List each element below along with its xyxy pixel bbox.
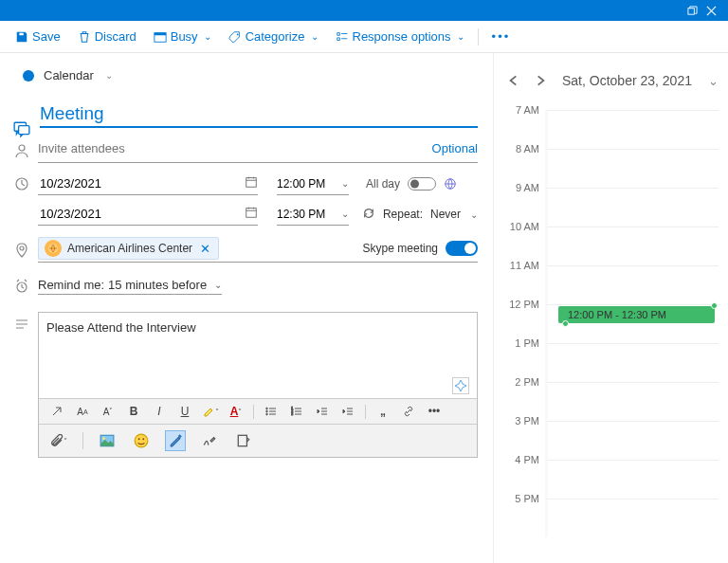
time-slot-label: 1 PM	[503, 337, 545, 349]
time-slot-label: 11 AM	[503, 260, 545, 271]
end-date-input[interactable]	[38, 205, 245, 223]
time-slot-track[interactable]	[545, 110, 719, 149]
time-slot-track[interactable]	[545, 421, 719, 460]
response-options-dropdown[interactable]: Response options ⌄	[330, 26, 470, 47]
attendees-input[interactable]	[38, 137, 432, 159]
repeat-value[interactable]: Never	[430, 208, 461, 221]
calendar-selector[interactable]: Calendar ⌄	[23, 61, 478, 90]
svg-point-16	[266, 413, 268, 415]
highlight-icon[interactable]: ˅	[202, 403, 219, 420]
location-chip[interactable]: American Airlines Center ✕	[38, 237, 219, 260]
template-icon[interactable]	[233, 430, 254, 451]
calendar-label: Calendar	[44, 68, 94, 82]
end-time-input[interactable]	[277, 206, 339, 223]
indent-icon[interactable]	[339, 403, 356, 420]
event-handle-bottom[interactable]	[562, 320, 569, 327]
categorize-dropdown[interactable]: Categorize ⌄	[223, 26, 324, 47]
checklist-icon	[336, 30, 349, 44]
skype-label: Skype meeting	[363, 242, 438, 255]
time-slot-track[interactable]	[545, 227, 719, 265]
numbering-icon[interactable]: 123	[288, 403, 305, 420]
toolbar-separator	[478, 28, 479, 45]
start-date-input[interactable]	[38, 174, 245, 192]
response-label: Response options	[353, 29, 451, 44]
link-icon[interactable]	[400, 403, 417, 420]
calendar-event[interactable]: 12:00 PM - 12:30 PM	[558, 306, 715, 323]
time-slot-track[interactable]	[545, 382, 719, 421]
skype-toggle[interactable]	[446, 241, 478, 256]
chevron-down-icon: ⌄	[214, 280, 222, 290]
repeat-icon[interactable]	[362, 207, 375, 223]
discard-button[interactable]: Discard	[72, 26, 142, 47]
discard-label: Discard	[95, 29, 136, 44]
quote-icon[interactable]: „	[374, 403, 391, 420]
timezone-icon[interactable]	[444, 177, 457, 191]
svg-text:3: 3	[291, 411, 294, 416]
time-slot[interactable]: 5 PM	[503, 499, 719, 537]
picture-icon[interactable]	[97, 430, 118, 451]
day-view-dropdown[interactable]: ⌄	[708, 74, 719, 88]
optional-link[interactable]: Optional	[432, 141, 478, 155]
time-slot-track[interactable]	[545, 460, 719, 499]
tag-icon	[228, 30, 242, 44]
all-day-toggle[interactable]	[408, 177, 436, 191]
font-icon[interactable]: AA	[74, 403, 91, 420]
attach-icon[interactable]: ˅	[48, 430, 69, 451]
save-button[interactable]: Save	[9, 26, 66, 47]
emoji-icon[interactable]	[131, 430, 152, 451]
font-color-icon[interactable]: A˅	[228, 403, 245, 420]
svg-rect-5	[19, 126, 29, 135]
outdent-icon[interactable]	[314, 403, 331, 420]
overflow-button[interactable]: •••	[486, 26, 517, 47]
ink-icon[interactable]	[165, 430, 186, 451]
next-day-button[interactable]	[530, 70, 551, 91]
all-day-label: All day	[366, 177, 400, 191]
remind-label: Remind me:	[38, 278, 104, 292]
chevron-down-icon: ⌄	[311, 31, 318, 42]
time-slot-label: 5 PM	[503, 493, 545, 504]
notes-icon	[13, 120, 30, 137]
time-slot-track[interactable]	[545, 265, 719, 304]
svg-rect-0	[687, 8, 693, 13]
reminder-icon	[13, 278, 30, 295]
reminder-dropdown[interactable]: Remind me: 15 minutes before ⌄	[38, 278, 222, 295]
body-textarea[interactable]: Please Attend the Interview	[39, 313, 477, 373]
location-chip-text: American Airlines Center	[67, 242, 192, 255]
svg-point-6	[19, 145, 25, 151]
calendar-icon[interactable]	[245, 175, 258, 191]
title-bar	[0, 0, 728, 21]
time-slot-label: 4 PM	[503, 454, 545, 465]
time-slot-track[interactable]	[545, 499, 719, 537]
underline-icon[interactable]: U	[176, 403, 193, 420]
close-icon[interactable]	[701, 1, 720, 20]
prev-day-button[interactable]	[503, 70, 524, 91]
meeting-title-input[interactable]: Meeting	[40, 103, 478, 124]
time-slot-label: 3 PM	[503, 415, 545, 427]
time-slot-track[interactable]	[545, 149, 719, 188]
bold-icon[interactable]: B	[125, 403, 142, 420]
signature-icon[interactable]	[199, 430, 220, 451]
chevron-down-icon: ⌄	[105, 70, 113, 81]
command-toolbar: Save Discard Busy ⌄ Categorize ⌄ Respons…	[0, 21, 728, 53]
busy-dropdown[interactable]: Busy ⌄	[148, 26, 217, 47]
time-slot-track[interactable]	[545, 343, 719, 382]
save-label: Save	[32, 29, 61, 44]
chip-remove-icon[interactable]: ✕	[198, 242, 212, 256]
italic-icon[interactable]: I	[151, 403, 168, 420]
clear-format-icon[interactable]	[48, 403, 65, 420]
start-time-input[interactable]	[277, 175, 339, 192]
font-size-icon[interactable]: A˅	[100, 403, 117, 420]
more-format-icon[interactable]: •••	[426, 403, 443, 420]
clock-icon	[13, 175, 30, 192]
event-handle-top[interactable]	[711, 302, 718, 309]
calendar-icon[interactable]	[245, 206, 258, 222]
format-toolbar: AA A˅ B I U ˅ A˅ 123 „ •••	[39, 398, 477, 424]
time-slot-track[interactable]	[545, 188, 719, 227]
timeline[interactable]: 7 AM8 AM9 AM10 AM11 AM12 PM1 PM2 PM3 PM4…	[503, 110, 719, 537]
time-slot-label: 10 AM	[503, 221, 545, 232]
bullets-icon[interactable]	[263, 403, 280, 420]
attach-toolbar: ˅	[39, 424, 477, 457]
restore-icon[interactable]	[682, 1, 701, 20]
insights-icon[interactable]	[452, 377, 469, 394]
time-slot-label: 9 AM	[503, 182, 545, 193]
